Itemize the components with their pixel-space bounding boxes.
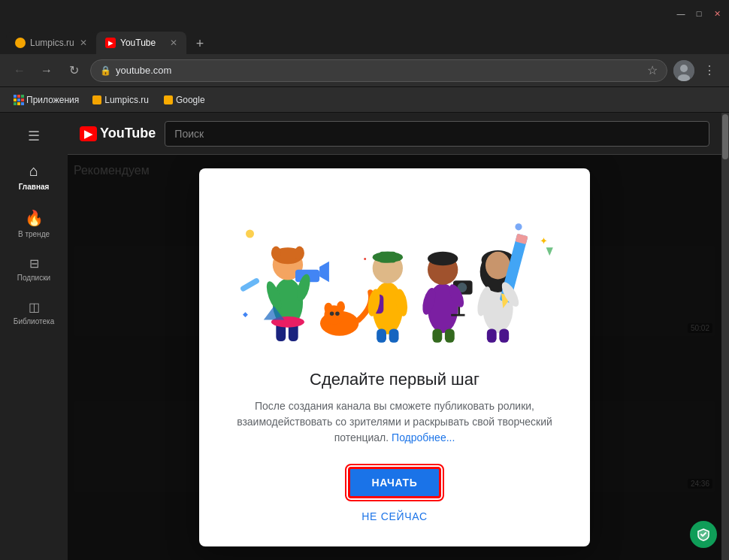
subscriptions-icon: ⊟ — [29, 256, 39, 271]
home-label: Главная — [19, 183, 50, 191]
youtube-main: ▶ YouTube Поиск Рекомендуем 50:02 7:01 — [68, 113, 721, 560]
reload-button[interactable]: ↻ — [63, 60, 84, 81]
address-input[interactable]: 🔒 youtube.com ☆ — [90, 59, 667, 82]
tab-lumpics-label: Lumpics.ru — [30, 38, 74, 48]
svg-point-31 — [337, 301, 345, 313]
youtube-search[interactable]: Поиск — [165, 121, 709, 147]
address-bar: ← → ↻ 🔒 youtube.com ☆ ⋮ — [0, 54, 729, 87]
tab-lumpics-close[interactable]: ✕ — [80, 38, 87, 48]
youtube-logo-icon: ▶ — [80, 126, 97, 141]
close-button[interactable]: ✕ — [711, 8, 723, 20]
shield-icon — [696, 527, 711, 542]
modal-overlay: ✦ ◆ • Сделайте первый шаг После создания… — [68, 155, 721, 560]
tab-youtube-close[interactable]: ✕ — [170, 38, 177, 48]
sidebar-item-trending[interactable]: 🔥 В тренде — [0, 200, 68, 247]
modal-description: После создания канала вы сможете публико… — [229, 398, 560, 446]
svg-text:✦: ✦ — [540, 235, 548, 247]
svg-rect-10 — [17, 102, 20, 105]
tab-youtube-label: YouTube — [120, 38, 156, 48]
tabs-bar: Lumpics.ru ✕ ▶ YouTube ✕ + — [0, 27, 729, 54]
bookmarks-bar: Приложения Lumpics.ru Google — [0, 87, 729, 113]
scrollbar[interactable] — [721, 113, 729, 560]
apps-grid-icon — [14, 95, 24, 105]
svg-rect-70 — [240, 277, 260, 292]
youtube-content: Рекомендуем 50:02 7:01 24:36 — [68, 155, 721, 560]
bookmark-google[interactable]: Google — [158, 92, 211, 107]
youtube-sidebar: ☰ ⌂ Главная 🔥 В тренде ⊟ Подписки ◫ Библ… — [0, 113, 68, 560]
trending-icon: 🔥 — [25, 209, 44, 227]
back-button[interactable]: ← — [9, 60, 30, 81]
library-label: Библиотека — [14, 317, 54, 325]
more-options-icon[interactable]: ⋮ — [699, 60, 720, 81]
svg-rect-65 — [499, 329, 509, 343]
trending-label: В тренде — [18, 230, 50, 238]
modal-title: Сделайте первый шаг — [310, 370, 479, 389]
hamburger-menu[interactable]: ☰ — [0, 119, 68, 153]
tab-youtube[interactable]: ▶ YouTube ✕ — [96, 32, 186, 54]
maximize-button[interactable]: □ — [693, 8, 705, 20]
subscriptions-label: Подписки — [17, 274, 50, 282]
svg-marker-22 — [319, 262, 329, 283]
new-tab-button[interactable]: + — [189, 33, 210, 54]
library-icon: ◫ — [29, 300, 40, 314]
apps-bookmark[interactable]: Приложения — [9, 92, 83, 108]
page-area: ☰ ⌂ Главная 🔥 В тренде ⊟ Подписки ◫ Библ… — [0, 113, 729, 560]
not-now-button[interactable]: НЕ СЕЙЧАС — [358, 507, 431, 525]
youtube-search-text: Поиск — [174, 128, 204, 140]
svg-rect-52 — [432, 329, 442, 343]
bookmark-lumpics[interactable]: Lumpics.ru — [86, 92, 155, 107]
svg-point-32 — [330, 312, 334, 316]
google-bookmark-label: Google — [176, 95, 205, 105]
svg-rect-64 — [487, 329, 497, 343]
address-text: youtube.com — [116, 65, 171, 76]
forward-button[interactable]: → — [36, 60, 57, 81]
svg-point-12 — [246, 230, 254, 238]
svg-rect-6 — [14, 98, 17, 101]
svg-rect-11 — [21, 102, 24, 105]
svg-text:◆: ◆ — [243, 310, 248, 318]
scrollbar-thumb[interactable] — [722, 114, 728, 159]
svg-rect-53 — [445, 329, 455, 343]
sidebar-item-home[interactable]: ⌂ Главная — [0, 153, 68, 200]
channel-illustration: ✦ ◆ • — [229, 200, 560, 350]
svg-text:•: • — [364, 254, 367, 263]
title-bar: — □ ✕ — [0, 0, 729, 27]
security-badge[interactable] — [690, 521, 717, 548]
youtube-favicon: ▶ — [105, 38, 116, 48]
lumpics-bookmark-icon — [92, 95, 101, 104]
svg-point-13 — [515, 223, 522, 230]
apps-label: Приложения — [26, 95, 79, 105]
youtube-header: ▶ YouTube Поиск — [68, 113, 721, 155]
youtube-logo[interactable]: ▶ YouTube — [80, 126, 156, 141]
home-icon: ⌂ — [29, 162, 38, 180]
svg-rect-7 — [17, 98, 20, 101]
youtube-logo-text: YouTube — [100, 126, 156, 141]
start-button[interactable]: НАЧАТЬ — [348, 467, 440, 498]
google-bookmark-icon — [164, 95, 173, 104]
svg-point-19 — [271, 247, 281, 260]
svg-marker-14 — [546, 247, 553, 256]
toolbar-icons: ⋮ — [673, 60, 720, 81]
lumpics-bookmark-label: Lumpics.ru — [104, 95, 149, 105]
svg-point-45 — [428, 252, 458, 265]
window-controls: — □ ✕ — [675, 8, 723, 20]
learn-more-link[interactable]: Подробнее... — [392, 431, 455, 443]
minimize-button[interactable]: — — [675, 8, 687, 20]
tab-lumpics[interactable]: Lumpics.ru ✕ — [6, 32, 96, 54]
lumpics-favicon — [15, 38, 26, 48]
svg-point-1 — [680, 65, 688, 72]
svg-point-20 — [295, 247, 304, 260]
bookmark-star-icon[interactable]: ☆ — [647, 63, 658, 77]
modal-illustration: ✦ ◆ • — [229, 192, 560, 358]
lock-icon: 🔒 — [100, 65, 111, 76]
svg-rect-41 — [377, 329, 386, 343]
svg-rect-42 — [389, 329, 399, 343]
sidebar-item-subscriptions[interactable]: ⊟ Подписки — [0, 247, 68, 291]
sidebar-item-library[interactable]: ◫ Библиотека — [0, 291, 68, 334]
svg-rect-38 — [380, 252, 396, 263]
svg-rect-4 — [17, 95, 20, 98]
svg-rect-5 — [21, 95, 24, 98]
svg-rect-9 — [14, 102, 17, 105]
svg-rect-8 — [21, 98, 24, 101]
user-avatar[interactable] — [673, 60, 694, 81]
